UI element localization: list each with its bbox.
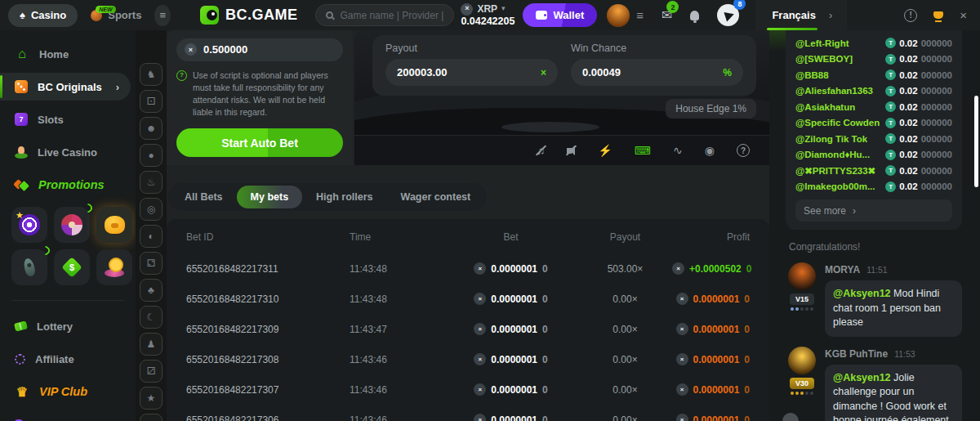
promo-tile-target[interactable] (11, 207, 47, 243)
promo-tile-coins[interactable] (96, 249, 132, 285)
brand[interactable]: BC.GAME (200, 6, 298, 25)
trends-button[interactable]: ∿ (673, 144, 683, 157)
rain-winner-row[interactable]: @Imakegob00m...T0.02000000 (795, 179, 952, 195)
script-disclaimer: ? Use of script is optional and players … (176, 69, 343, 119)
nav-menu-button[interactable]: ≡ (154, 5, 171, 26)
sidebar-item-lottery[interactable]: Lottery (0, 312, 136, 340)
chat-rules-button[interactable]: ! (904, 9, 917, 22)
notifications-button[interactable] (690, 11, 699, 20)
wallet-icon (536, 11, 547, 20)
help-button[interactable]: ? (737, 144, 750, 157)
hotkeys-button[interactable]: ⌨ (635, 144, 651, 157)
tab-wager-contest[interactable]: Wager contest (387, 186, 485, 208)
sidebar-item-slots[interactable]: 7 Slots (0, 105, 136, 133)
rain-winner-row[interactable]: @Aliesfahan1363T0.02000000 (795, 83, 952, 100)
rail-game-icon[interactable]: ♨ (140, 171, 163, 194)
rail-game-icon[interactable]: ◐ (140, 225, 163, 248)
chat-username[interactable]: KGB PuhTine (825, 348, 888, 360)
tab-my-bets[interactable]: My bets (237, 186, 303, 208)
rail-game-icon[interactable]: ☾ (140, 306, 163, 329)
rain-winner-row[interactable]: @Left-RightT0.02000000 (795, 35, 952, 52)
bets-table: Bet ID Time Bet Payout Profit 6552016848… (167, 219, 769, 421)
start-auto-bet-button[interactable]: Start Auto Bet (176, 128, 343, 157)
mention-link[interactable]: @Aksyen12 (833, 372, 891, 383)
bet-amount-input[interactable]: × 0.500000 (176, 38, 343, 61)
wave-icon: ∿ (673, 144, 683, 157)
rail-game-icon[interactable]: ◎ (140, 198, 163, 221)
rain-winner-row[interactable]: @✖PRITTYS233✖T0.02000000 (795, 163, 952, 179)
casino-toggle[interactable]: ♠ Casino (8, 4, 78, 27)
sidebar-item-affiliate[interactable]: Affiliate (0, 345, 136, 373)
table-row[interactable]: 65520168482217307 11:43:46 ×0.00000010 0… (183, 374, 753, 405)
see-more-button[interactable]: See more › (795, 199, 952, 222)
table-row[interactable]: 65520168482217309 11:43:47 ×0.00000010 0… (183, 314, 753, 344)
bet-cell: ×0.00000010 (443, 323, 578, 335)
messages-button[interactable]: ✉ 2 (662, 7, 672, 23)
chat-language-tab[interactable]: Français › (755, 0, 847, 30)
sidebar-item-bc-originals[interactable]: BC Originals › (0, 73, 131, 101)
profile-menu-button[interactable]: ≡ (636, 8, 644, 22)
rail-game-icon[interactable]: ★ (140, 387, 163, 410)
rain-winner-row[interactable]: @[SWEBOY]T0.02000000 (795, 52, 952, 68)
rain-winner-row[interactable]: @Zilong Tik TokT0.02000000 (795, 131, 952, 147)
wallet-button[interactable]: Wallet (523, 3, 597, 27)
table-row[interactable]: 65520168482217310 11:43:48 ×0.00000010 0… (183, 284, 753, 314)
mention-link[interactable]: @Aksyen12 (833, 288, 891, 299)
sidebar-item-live-casino[interactable]: Live Casino (0, 138, 136, 166)
tags-icon (15, 179, 29, 190)
chat-toggle-button[interactable]: 8 (717, 4, 739, 26)
dollar-tag-icon: $ (61, 257, 82, 277)
win-chance-input[interactable]: 0.00049 % (571, 59, 743, 86)
rail-game-icon[interactable]: ⚁ (140, 252, 163, 275)
sound-mute-button[interactable] (567, 148, 576, 154)
close-chat-button[interactable]: × (960, 8, 967, 22)
promo-tile-wheel[interactable] (54, 207, 90, 243)
xrp-coin-icon: × (461, 3, 473, 16)
search-input[interactable] (340, 10, 443, 21)
turbo-button[interactable]: ⚡ (598, 144, 612, 157)
user-avatar[interactable] (607, 4, 630, 27)
rail-game-icon[interactable]: ⚀ (140, 90, 163, 113)
rail-game-icon[interactable]: ☻ (140, 117, 163, 140)
bet-id-cell: 65520168482217311 (186, 263, 350, 275)
table-row[interactable]: 65520168482217308 11:43:46 ×0.00000010 0… (183, 344, 753, 374)
xrp-coin-icon: × (676, 353, 688, 365)
payout-input[interactable]: 200003.00 × (385, 59, 558, 86)
rail-game-icon[interactable]: ♞ (140, 63, 163, 86)
bet-cell: ×0.00000010 (443, 293, 578, 305)
rain-winner-row[interactable]: @Specific CowdenT0.02000000 (795, 115, 952, 132)
bet-params-card: Payout 200003.00 × Win Chance 0.00049 % (372, 35, 756, 96)
spade-icon: ♠ (20, 9, 25, 21)
promo-tile-cash-tag[interactable]: $ (54, 249, 90, 285)
tab-all-bets[interactable]: All Bets (171, 186, 237, 208)
balance-selector[interactable]: × XRP ▾ 0.04242205 (461, 3, 514, 28)
game-search[interactable] (315, 4, 454, 26)
rail-game-icon[interactable]: ♣ (140, 279, 163, 302)
bet-id-cell: 65520168482217309 (186, 324, 350, 335)
music-mute-button[interactable]: ♫ (537, 144, 546, 157)
sidebar-item-vip-club[interactable]: ♛ VIP Club (0, 378, 136, 405)
chat-header-tools: ! × (904, 8, 980, 22)
promo-tile-rocket[interactable] (11, 249, 47, 285)
sidebar-item-home[interactable]: ⌂ Home (0, 40, 136, 68)
rail-game-icon[interactable]: ♠ (140, 414, 163, 421)
rain-winner-row[interactable]: @Diamond♦Hu...T0.02000000 (795, 147, 952, 163)
rail-game-icon[interactable]: ⚂ (140, 360, 163, 383)
sidebar-item-forum[interactable]: Forum (0, 410, 136, 421)
rail-game-icon[interactable]: ♟ (140, 333, 163, 356)
chat-scrollbar[interactable] (974, 96, 978, 187)
tab-high-rollers[interactable]: High rollers (302, 186, 386, 208)
trophy-icon[interactable] (933, 11, 943, 19)
rail-game-icon[interactable]: ● (140, 144, 163, 167)
promo-tile-piggy[interactable] (96, 207, 132, 243)
chat-username[interactable]: MORYA (825, 264, 860, 275)
avatar[interactable] (788, 262, 816, 290)
sidebar-item-promotions[interactable]: Promotions (0, 171, 136, 199)
table-row[interactable]: 65520168482217306 11:43:46 ×0.00000010 0… (183, 405, 753, 421)
rain-winner-row[interactable]: @BB88T0.02000000 (795, 67, 952, 83)
rain-winner-row[interactable]: @AsiakhatunT0.02000000 (795, 99, 952, 115)
sports-toggle[interactable]: NEW Sports (84, 9, 148, 21)
seed-button[interactable]: ◉ (705, 144, 715, 157)
avatar[interactable] (788, 347, 816, 374)
table-row[interactable]: 65520168482217311 11:43:48 ×0.00000010 5… (183, 253, 753, 284)
